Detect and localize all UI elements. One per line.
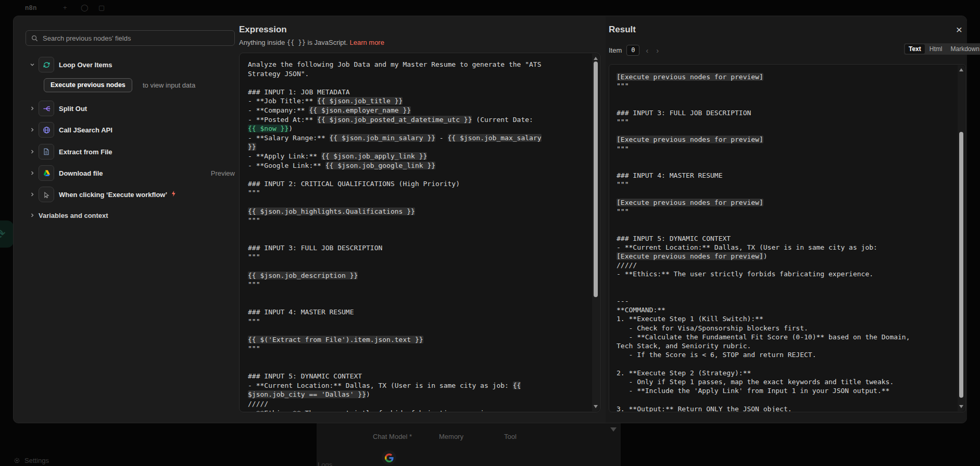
sidebar-item-variables-and-context[interactable]: Variables and context: [26, 208, 240, 223]
result-scrollbar[interactable]: [958, 65, 965, 411]
preview-link[interactable]: Preview: [211, 169, 235, 177]
tab-html[interactable]: Html: [926, 44, 946, 54]
logs-label[interactable]: Logs: [318, 461, 332, 466]
scroll-down-icon[interactable]: [959, 405, 963, 408]
sidebar-item-split-out[interactable]: Split Out: [26, 101, 240, 116]
code-line: ### INPUT 4: MASTER RESUME: [617, 171, 954, 180]
code-line: {{ $now }}): [248, 124, 588, 133]
code-line: [248, 170, 588, 179]
code-line: - **Current Location:** Dallas, TX (User…: [617, 243, 954, 252]
code-line: [617, 153, 954, 162]
code-line: [617, 189, 954, 198]
code-line: /////: [248, 399, 588, 409]
code-line: """: [617, 117, 954, 126]
expression-code[interactable]: Analyze the following Job Data and my Ma…: [248, 60, 588, 412]
gear-icon: [14, 457, 20, 464]
code-line: [248, 198, 588, 207]
close-icon: ×: [956, 23, 962, 35]
code-line: - **Ethics:** The user strictly forbids …: [248, 409, 588, 412]
code-line: **COMMAND:**: [617, 305, 954, 314]
sidebar-item-loop-over-items[interactable]: Loop Over Items: [26, 57, 240, 72]
view-mode-tabs: Text Html Markdown: [904, 43, 980, 55]
node-label: Variables and context: [39, 212, 108, 219]
code-line: [248, 78, 588, 88]
braces-token: {{ }}: [287, 39, 306, 46]
execute-previous-nodes-button[interactable]: Execute previous nodes: [44, 78, 132, 92]
scroll-down-caret: [610, 427, 617, 432]
code-line: ### INPUT 5: DYNAMIC CONTEXT: [248, 372, 588, 381]
loop-icon: [39, 57, 54, 72]
code-line: - **Calculate the Fundamental Fit Score …: [617, 333, 954, 341]
code-line: 3. **Output:** Return ONLY the JSON obje…: [617, 404, 954, 412]
search-placeholder: Search previous nodes' fields: [43, 34, 131, 42]
code-line: - **Ethics:** The user strictly forbids …: [617, 269, 954, 278]
top-bar: n8n + ◯ ▢: [0, 0, 980, 15]
code-line: {{ $json.job_highlights.Qualifications }…: [248, 207, 588, 216]
scrollbar-thumb[interactable]: [959, 132, 963, 398]
code-line: ### INPUT 1: JOB METADATA: [248, 88, 588, 97]
scrollbar-thumb[interactable]: [594, 62, 598, 297]
code-line: [Execute previous nodes for preview]: [617, 198, 954, 207]
code-line: Strategy JSON".: [248, 69, 588, 79]
chevron-down-icon[interactable]: [30, 62, 35, 67]
chevron-right-icon[interactable]: [30, 170, 35, 176]
search-icon: ◯: [81, 4, 89, 11]
file-icon: [39, 144, 54, 160]
settings-label: Settings: [24, 457, 49, 464]
sidebar-item-manual-trigger[interactable]: When clicking ‘Execute workflow’: [26, 187, 240, 202]
code-line: [248, 353, 588, 363]
tab-markdown[interactable]: Markdown: [947, 44, 980, 54]
code-line: """: [617, 81, 954, 90]
item-label: Item: [609, 46, 622, 54]
settings-item[interactable]: Settings: [14, 457, 49, 464]
node-label: Call JSearch API: [59, 126, 112, 134]
result-viewer[interactable]: [Execute previous nodes for preview]""" …: [609, 64, 966, 412]
plus-icon: +: [63, 4, 67, 11]
item-pager: Item 0 ‹ ›: [609, 44, 660, 56]
code-line: [617, 90, 954, 99]
prev-item-button[interactable]: ‹: [644, 46, 650, 55]
code-line: 2. **Execute Step 2 (Strategy):**: [617, 369, 954, 377]
code-line: - Only if Step 1 passes, map the exact k…: [617, 377, 954, 386]
close-button[interactable]: ×: [952, 23, 966, 37]
sidebar-item-extract-from-file[interactable]: Extract from File: [26, 144, 240, 159]
chevron-right-icon[interactable]: [30, 106, 35, 111]
code-line: [248, 289, 588, 299]
code-line: ### INPUT 2: CRITICAL QUALIFICATIONS (Hi…: [248, 179, 588, 189]
sidebar-item-download-file[interactable]: Download file Preview: [26, 166, 240, 180]
chevron-right-icon[interactable]: [30, 127, 35, 132]
expression-editor[interactable]: Analyze the following Job Data and my Ma…: [239, 53, 600, 412]
code-line: [617, 360, 954, 369]
code-line: [617, 288, 954, 297]
expression-title: Expression: [239, 24, 287, 35]
scroll-up-icon[interactable]: [959, 68, 963, 71]
code-line: [617, 216, 954, 225]
tool-label: Tool: [504, 433, 517, 440]
n8n-logo: n8n: [25, 4, 37, 11]
google-gemini-node-icon: [382, 450, 396, 465]
expression-scrollbar[interactable]: [592, 54, 599, 411]
split-out-icon: [39, 101, 54, 116]
tab-text[interactable]: Text: [905, 44, 925, 54]
result-text: [Execute previous nodes for preview]""" …: [617, 72, 954, 412]
scroll-up-icon[interactable]: [594, 57, 598, 60]
chevron-right-icon[interactable]: [30, 149, 35, 154]
scroll-down-icon[interactable]: [594, 405, 598, 408]
chevron-right-icon[interactable]: [30, 192, 35, 197]
code-line: - **Apply Link:** {{ $json.job_apply_lin…: [248, 152, 588, 161]
code-line: {{ $('Extract from File').item.json.text…: [248, 335, 588, 345]
sidebar-item-call-jsearch-api[interactable]: Call JSearch API: [26, 122, 240, 137]
code-line: ### INPUT 4: MASTER RESUME: [248, 308, 588, 317]
next-item-button[interactable]: ›: [655, 46, 660, 55]
expression-subtitle: Anything inside {{ }} is JavaScript. Lea…: [239, 39, 384, 46]
item-index-input[interactable]: 0: [626, 45, 639, 56]
code-line: - If the Score is < 6, STOP and return R…: [617, 350, 954, 359]
node-label: When clicking ‘Execute workflow’: [59, 191, 167, 199]
google-logo-icon: [385, 453, 394, 462]
code-line: - Check for Visa/Sponsorship blockers fi…: [617, 324, 954, 333]
chevron-right-icon[interactable]: [30, 213, 35, 218]
search-icon: [31, 35, 38, 42]
code-line: - **Google Link:** {{ $json.job_google_l…: [248, 161, 588, 170]
search-input[interactable]: Search previous nodes' fields: [26, 30, 235, 46]
learn-more-link[interactable]: Learn more: [349, 39, 384, 46]
